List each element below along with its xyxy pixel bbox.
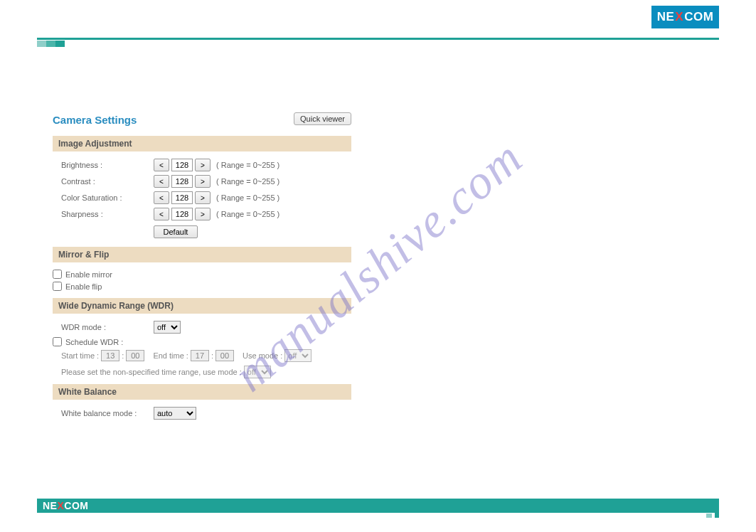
sharpness-decrease-button[interactable]: < bbox=[154, 208, 169, 220]
enable-mirror-checkbox[interactable] bbox=[53, 270, 62, 279]
end-min-input[interactable] bbox=[215, 350, 234, 361]
saturation-decrease-button[interactable]: < bbox=[154, 191, 169, 204]
brightness-increase-button[interactable]: > bbox=[195, 159, 211, 171]
white-balance-select[interactable]: auto bbox=[154, 407, 196, 420]
saturation-input[interactable] bbox=[171, 191, 193, 204]
colon2: : bbox=[211, 351, 213, 360]
end-time-label: End time : bbox=[153, 351, 188, 360]
colon1: : bbox=[122, 351, 124, 360]
wdr-mode-row: WDR mode : off bbox=[53, 321, 351, 334]
sharpness-increase-button[interactable]: > bbox=[195, 208, 211, 220]
brightness-label: Brightness : bbox=[61, 161, 154, 169]
main-content: Camera Settings Quick viewer Image Adjus… bbox=[53, 114, 351, 423]
white-balance-row: White balance mode : auto bbox=[53, 407, 351, 420]
enable-mirror-label: Enable mirror bbox=[65, 270, 112, 279]
contrast-row: Contrast : < > ( Range = 0~255 ) bbox=[53, 175, 351, 188]
section-white-balance: White Balance bbox=[53, 384, 351, 400]
brightness-row: Brightness : < > ( Range = 0~255 ) bbox=[53, 159, 351, 171]
saturation-label: Color Saturation : bbox=[61, 193, 154, 202]
sharpness-row: Sharpness : < > ( Range = 0~255 ) bbox=[53, 208, 351, 220]
sharpness-label: Sharpness : bbox=[61, 210, 154, 218]
non-spec-label: Please set the non-specified time range,… bbox=[61, 368, 242, 376]
contrast-decrease-button[interactable]: < bbox=[154, 175, 169, 188]
section-wdr: Wide Dynamic Range (WDR) bbox=[53, 298, 351, 314]
schedule-wdr-checkbox[interactable] bbox=[53, 337, 62, 346]
contrast-input[interactable] bbox=[171, 175, 193, 188]
white-balance-label: White balance mode : bbox=[61, 409, 154, 417]
brightness-decrease-button[interactable]: < bbox=[154, 159, 169, 171]
wdr-mode-select[interactable]: off bbox=[154, 321, 181, 334]
wdr-mode-label: WDR mode : bbox=[61, 323, 154, 331]
header-divider bbox=[37, 38, 719, 40]
schedule-wdr-row[interactable]: Schedule WDR : bbox=[53, 337, 351, 346]
header-accent-squares bbox=[37, 41, 65, 47]
enable-mirror-row[interactable]: Enable mirror bbox=[53, 270, 351, 279]
non-spec-row: Please set the non-specified time range,… bbox=[53, 366, 351, 378]
saturation-range: ( Range = 0~255 ) bbox=[216, 193, 279, 202]
saturation-row: Color Saturation : < > ( Range = 0~255 ) bbox=[53, 191, 351, 204]
brightness-input[interactable] bbox=[171, 159, 193, 171]
end-hour-input[interactable] bbox=[191, 350, 209, 361]
contrast-increase-button[interactable]: > bbox=[195, 175, 211, 188]
top-header: NEXCOM bbox=[0, 0, 756, 43]
sharpness-range: ( Range = 0~255 ) bbox=[216, 210, 279, 218]
start-min-input[interactable] bbox=[126, 350, 144, 361]
quick-viewer-button[interactable]: Quick viewer bbox=[294, 112, 351, 125]
enable-flip-label: Enable flip bbox=[65, 282, 102, 291]
default-button[interactable]: Default bbox=[154, 225, 198, 238]
use-mode-select[interactable]: off bbox=[284, 349, 312, 362]
start-time-label: Start time : bbox=[61, 351, 99, 360]
section-image-adjustment: Image Adjustment bbox=[53, 136, 351, 151]
brand-logo-bottom: NEXCOM bbox=[43, 500, 88, 511]
enable-flip-row[interactable]: Enable flip bbox=[53, 282, 351, 291]
contrast-range: ( Range = 0~255 ) bbox=[216, 177, 279, 186]
footer-accent-squares bbox=[706, 505, 719, 518]
brand-part2: COM bbox=[684, 10, 713, 24]
contrast-label: Contrast : bbox=[61, 177, 154, 186]
saturation-increase-button[interactable]: > bbox=[195, 191, 211, 204]
use-mode-label: Use mode : bbox=[243, 351, 282, 360]
brand-x: X bbox=[675, 10, 683, 24]
brand-logo-top: NEXCOM bbox=[651, 6, 719, 28]
schedule-wdr-label: Schedule WDR : bbox=[65, 338, 123, 346]
brand-part1: NE bbox=[657, 10, 675, 24]
start-hour-input[interactable] bbox=[101, 350, 119, 361]
section-mirror-flip: Mirror & Flip bbox=[53, 247, 351, 262]
footer-bar: NEXCOM bbox=[37, 499, 719, 513]
schedule-time-row: Start time : : End time : : Use mode : o… bbox=[53, 349, 351, 362]
sharpness-input[interactable] bbox=[171, 208, 193, 220]
non-spec-select[interactable]: off bbox=[244, 366, 271, 378]
brightness-range: ( Range = 0~255 ) bbox=[216, 161, 279, 169]
enable-flip-checkbox[interactable] bbox=[53, 282, 62, 291]
